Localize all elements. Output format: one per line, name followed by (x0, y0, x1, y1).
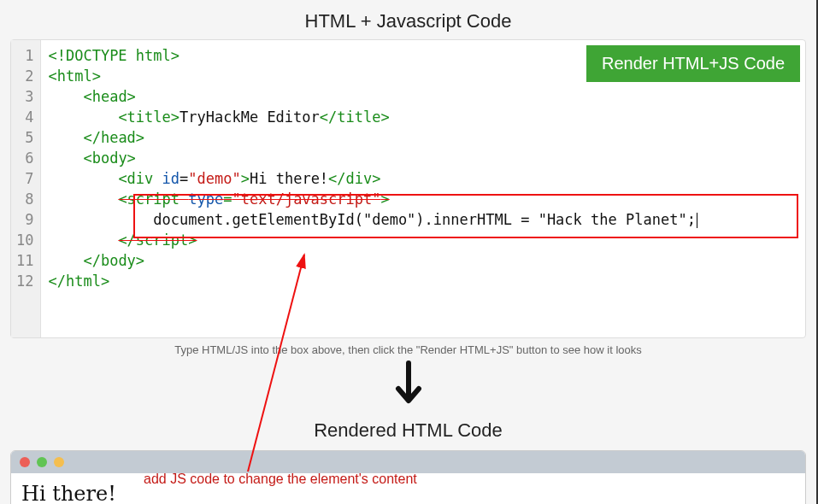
code-token: <!DOCTYPE html> (48, 47, 179, 64)
code-token: <div (118, 170, 153, 187)
line-number: 6 (11, 148, 40, 168)
code-token: document.getElementById("demo").innerHTM… (153, 211, 696, 228)
line-number: 1 (11, 45, 40, 66)
code-token: </div> (328, 170, 380, 187)
line-number: 3 (11, 86, 40, 107)
code-token: <html> (48, 67, 100, 85)
code-token: <head> (83, 88, 135, 105)
code-token: > (241, 170, 250, 187)
annotation-text: add JS code to change the element's cont… (144, 472, 417, 487)
render-button[interactable]: Render HTML+JS Code (586, 45, 800, 82)
code-token: </script> (118, 231, 197, 249)
code-token: </title> (320, 108, 390, 126)
code-token: TryHackMe Editor (179, 108, 320, 126)
code-token: </body> (83, 252, 144, 269)
code-editor[interactable]: 1 2 3 4 5 6 7 8 9 10 11 12 <!DOCTYPE htm… (10, 39, 806, 338)
code-token: <title> (118, 108, 179, 126)
code-token: Hi there! (250, 170, 328, 187)
line-number: 10 (11, 230, 40, 250)
line-number: 12 (11, 271, 40, 291)
rendered-title: Rendered HTML Code (0, 419, 816, 442)
code-token: </html> (48, 273, 109, 290)
editor-hint: Type HTML/JS into the box above, then cl… (0, 343, 816, 356)
code-token: <body> (83, 149, 135, 167)
code-token: "demo" (188, 170, 240, 187)
line-gutter: 1 2 3 4 5 6 7 8 9 10 11 12 (11, 40, 41, 337)
minimize-icon[interactable] (37, 457, 47, 467)
code-textarea[interactable]: <!DOCTYPE html> <html> <head> <title>Try… (41, 40, 805, 337)
arrow-down-icon (0, 360, 816, 414)
text-cursor-icon (697, 213, 697, 228)
line-number: 8 (11, 189, 40, 209)
code-token: <script type="text/javascript"> (118, 190, 389, 208)
window-titlebar (11, 451, 805, 473)
line-number: 2 (11, 66, 40, 86)
code-token: id (162, 170, 179, 187)
line-number: 9 (11, 209, 40, 230)
line-number: 11 (11, 250, 40, 271)
line-number: 4 (11, 107, 40, 127)
close-icon[interactable] (20, 457, 30, 467)
code-token: </head> (83, 129, 144, 146)
line-number: 5 (11, 127, 40, 148)
editor-title: HTML + Javascript Code (0, 0, 816, 39)
line-number: 7 (11, 168, 40, 189)
maximize-icon[interactable] (54, 457, 64, 467)
